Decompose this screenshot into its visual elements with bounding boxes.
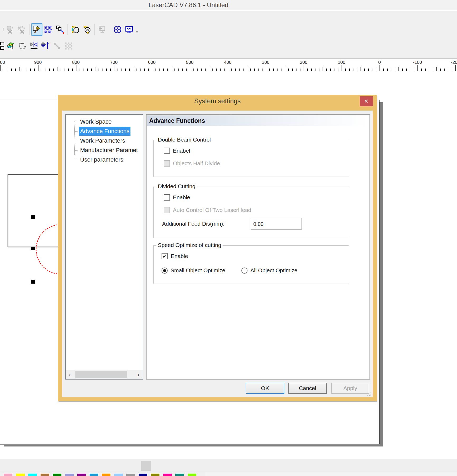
canvas-horizontal-scrollbar[interactable] xyxy=(0,459,457,472)
palette-swatch[interactable] xyxy=(139,474,147,476)
group-title: Speed Optimize of cutting xyxy=(156,242,223,248)
divided-cutting-group: Divided Cutting Enable Auto Control Of T… xyxy=(153,187,349,238)
palette-swatch[interactable] xyxy=(4,474,12,476)
selection-handle[interactable] xyxy=(31,280,35,284)
enabel-checkbox-row[interactable]: Enabel xyxy=(164,148,190,154)
palette-swatch[interactable] xyxy=(114,474,123,476)
palette-swatch[interactable] xyxy=(41,474,49,476)
tree-item-user-parameters[interactable]: User parameters xyxy=(66,155,143,165)
close-icon[interactable]: ✕ xyxy=(360,96,373,106)
small-object-radio[interactable] xyxy=(162,268,168,274)
ok-button[interactable]: OK xyxy=(246,383,284,394)
palette-swatch[interactable] xyxy=(16,474,25,476)
scroll-left-icon[interactable]: ‹ xyxy=(66,372,74,378)
all-object-radio-row[interactable]: All Object Optimize xyxy=(241,267,298,274)
tree-item-work-parameters[interactable]: Work Parameters xyxy=(66,136,143,146)
palette-swatch[interactable] xyxy=(188,474,196,476)
tree-horizontal-scrollbar[interactable]: ‹ › xyxy=(66,370,143,379)
speed-enable-label: Enable xyxy=(171,253,188,259)
additional-feed-label: Additional Feed Dis(mm): xyxy=(162,221,225,227)
enabel-checkbox[interactable] xyxy=(164,148,170,154)
group-title: Double Beam Control xyxy=(156,137,212,143)
palette-swatch[interactable] xyxy=(90,474,98,476)
tree-item-work-space[interactable]: Work Space xyxy=(66,117,143,127)
speed-enable-checkbox[interactable]: ✓ xyxy=(162,253,168,259)
resize-grip[interactable] xyxy=(367,392,372,396)
additional-feed-row: Additional Feed Dis(mm): xyxy=(162,221,225,227)
small-object-radio-row[interactable]: Small Object Optimize xyxy=(162,267,225,274)
palette-swatch[interactable] xyxy=(163,474,172,476)
all-object-radio[interactable] xyxy=(241,268,247,274)
color-palette-bar xyxy=(0,472,457,476)
divided-enable-label: Enable xyxy=(173,194,190,201)
divided-enable-row[interactable]: Enable xyxy=(164,194,190,201)
tree-scrollbar-thumb[interactable] xyxy=(75,371,127,378)
palette-swatch[interactable] xyxy=(102,474,110,476)
palette-swatch[interactable] xyxy=(77,474,86,476)
palette-swatch[interactable] xyxy=(28,474,37,476)
lasercad-window: LaserCAD V7.86.1 - Untitled xyxy=(0,0,457,476)
objects-half-divide-checkbox xyxy=(164,160,170,167)
tree-item-manufacturer-parameters[interactable]: Manufacturer Paramet xyxy=(66,146,143,155)
auto-control-checkbox xyxy=(164,207,170,213)
tree-item-advance-functions[interactable]: Advance Functions xyxy=(66,127,143,136)
settings-tree-panel: Work Space Advance Functions Work Parame… xyxy=(65,114,143,380)
small-object-label: Small Object Optimize xyxy=(171,267,225,274)
system-settings-dialog: System settings ✕ Work Space Advance Fun… xyxy=(58,95,377,401)
objects-half-divide-row: Objects Half Divide xyxy=(164,160,220,167)
dialog-client-area: Work Space Advance Functions Work Parame… xyxy=(62,110,373,397)
palette-swatch[interactable] xyxy=(126,474,135,476)
canvas-scrollbar-thumb[interactable] xyxy=(141,461,151,471)
cancel-button[interactable]: Cancel xyxy=(288,383,327,394)
drawn-rectangle[interactable] xyxy=(8,175,63,247)
color-palette xyxy=(0,472,205,476)
speed-enable-row[interactable]: ✓ Enable xyxy=(162,253,188,259)
panel-header: Advance Functions xyxy=(147,115,369,126)
speed-optimize-group: Speed Optimize of cutting ✓ Enable Small… xyxy=(153,245,349,284)
double-beam-control-group: Double Beam Control Enabel Objects Half … xyxy=(153,140,349,177)
advance-functions-panel: Advance Functions Double Beam Control En… xyxy=(146,114,370,380)
objects-half-divide-label: Objects Half Divide xyxy=(173,160,220,167)
dialog-title: System settings xyxy=(58,97,377,105)
palette-swatch[interactable] xyxy=(65,474,74,476)
all-object-label: All Object Optimize xyxy=(250,267,298,274)
selection-handle[interactable] xyxy=(31,247,35,250)
group-title: Divided Cutting xyxy=(156,183,197,190)
divided-enable-checkbox[interactable] xyxy=(164,194,170,201)
palette-swatch[interactable] xyxy=(151,474,159,476)
enabel-label: Enabel xyxy=(173,148,190,154)
auto-control-label: Auto Control Of Two LaserHead xyxy=(173,207,251,213)
selection-handle[interactable] xyxy=(31,215,35,219)
apply-button[interactable]: Apply xyxy=(331,383,369,394)
palette-swatch[interactable] xyxy=(175,474,184,476)
additional-feed-input[interactable] xyxy=(251,218,302,230)
palette-swatch[interactable] xyxy=(53,474,61,476)
auto-control-row: Auto Control Of Two LaserHead xyxy=(164,207,251,213)
scroll-right-icon[interactable]: › xyxy=(134,372,142,378)
